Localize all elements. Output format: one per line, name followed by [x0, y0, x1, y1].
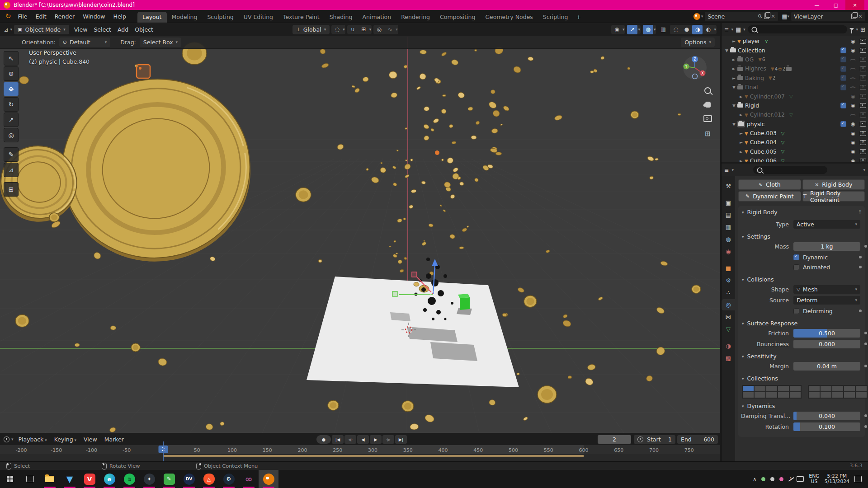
navigation-gizmo[interactable]: Z Y X	[682, 55, 708, 80]
bounciness-slider[interactable]: 0.000	[793, 340, 860, 348]
language-indicator[interactable]: ENGUS	[809, 474, 819, 484]
workspace-tab-layout[interactable]: Layout	[137, 12, 167, 23]
collection-cell[interactable]	[808, 385, 820, 392]
outliner-row-cube-004[interactable]: ►▼Cube.004▽◉	[722, 138, 868, 147]
animated-checkbox-row[interactable]: Animated	[793, 262, 862, 272]
eye-closed-icon[interactable]: (	[850, 86, 856, 89]
tool-scale[interactable]: ↗	[4, 113, 19, 127]
task-view-button[interactable]	[20, 470, 40, 488]
tray-app-icon-green[interactable]	[761, 477, 765, 481]
frame-start-field[interactable]: Start 1	[634, 435, 675, 444]
collection-cell[interactable]	[844, 385, 855, 392]
collection-cell[interactable]	[754, 385, 766, 392]
collection-cell[interactable]	[855, 392, 867, 398]
pivot-point-icon[interactable]: ◌	[332, 25, 342, 34]
taskbar-app-notes-app[interactable]: ✎	[159, 470, 179, 488]
properties-tab-physics[interactable]: ◎	[722, 299, 735, 310]
workspace-tab-sculpting[interactable]: Sculpting	[202, 12, 238, 23]
friction-slider[interactable]: 0.500	[793, 329, 860, 338]
gizmos-toggle[interactable]: ↗	[627, 25, 637, 34]
menu-window[interactable]: Window	[79, 12, 109, 21]
timeline-editor-icon[interactable]	[4, 436, 9, 442]
type-dropdown[interactable]: Active ▾	[793, 220, 860, 229]
camera-icon[interactable]	[860, 122, 866, 127]
outliner-row-rigid[interactable]: ▼Rigid◉	[722, 101, 868, 110]
frame-end-field[interactable]: End 600	[677, 435, 718, 444]
properties-search-input[interactable]	[753, 166, 827, 174]
collection-cell[interactable]	[742, 385, 754, 392]
mode-dropdown[interactable]: ▣ Object Mode ▾	[14, 25, 69, 34]
collapse-icon[interactable]: ▾	[742, 210, 744, 215]
collection-cell[interactable]	[844, 392, 855, 398]
decorator-dot[interactable]	[859, 310, 862, 312]
decorator-dot[interactable]	[864, 332, 867, 334]
collection-checkbox[interactable]	[840, 66, 846, 72]
properties-tab-particles[interactable]: ∴	[722, 287, 735, 298]
prev-keyframe-button[interactable]: ◀·	[344, 435, 356, 444]
collapse-icon[interactable]: ▾	[742, 321, 744, 326]
taskbar-app-visual-studio[interactable]: ∞	[239, 470, 259, 488]
outliner-editor-icon[interactable]: ≡	[724, 26, 729, 33]
shading-rendered-button[interactable]: ◐	[703, 25, 713, 34]
decorator-dot[interactable]	[864, 343, 867, 345]
snap-target-icon[interactable]: ⊞	[359, 25, 369, 34]
outliner-row-cube-006[interactable]: ►▼Cube.006▽◉	[722, 156, 868, 162]
clock[interactable]: 5:22 PM 5/13/2024	[825, 474, 849, 484]
camera-disabled-icon[interactable]	[860, 66, 866, 71]
tool-rotate[interactable]: ↻	[4, 97, 19, 112]
options-button[interactable]: Options ▾	[681, 38, 715, 47]
expand-arrow-icon[interactable]: ▼	[731, 103, 737, 108]
properties-tab-object-data[interactable]: ▽	[722, 324, 735, 335]
view-layer-selector[interactable]: ViewLayer ×	[791, 12, 865, 21]
viewport-menu-add[interactable]: Add	[114, 26, 132, 33]
decorator-dot[interactable]	[859, 266, 862, 268]
expand-arrow-icon[interactable]: ►	[731, 39, 737, 43]
collection-checkbox[interactable]	[840, 84, 846, 90]
record-button[interactable]: ●	[316, 435, 331, 444]
display-mode-icon[interactable]: ▦	[736, 26, 741, 33]
outliner-row-collection[interactable]: ▼Collection◉	[722, 46, 868, 55]
collection-cell[interactable]	[742, 392, 754, 398]
shading-material-button[interactable]: ◑	[692, 25, 703, 34]
eye-closed-icon[interactable]: (	[850, 77, 856, 80]
outliner-search-input[interactable]	[748, 25, 847, 33]
expand-arrow-icon[interactable]: ▼	[731, 85, 737, 89]
workspace-tab-modeling[interactable]: Modeling	[167, 12, 203, 23]
shading-wireframe-button[interactable]: ◌	[670, 25, 681, 34]
properties-editor-icon[interactable]: ≡	[724, 167, 729, 174]
taskbar-app-vivaldi[interactable]: V	[80, 470, 99, 488]
taskbar-app-steam[interactable]: ⚙	[219, 470, 239, 488]
source-dropdown[interactable]: Deform ▾	[793, 296, 860, 305]
timeline-ruler[interactable]: -200-150-100-505010015020025030035040045…	[0, 445, 720, 454]
overlays-toggle[interactable]: ◍	[643, 25, 653, 34]
collection-cell[interactable]	[778, 392, 789, 398]
animated-checkbox[interactable]	[793, 264, 799, 270]
menu-file[interactable]: File	[14, 12, 32, 21]
taskbar-app-brave[interactable]: △	[199, 470, 219, 488]
workspace-tab-compositing[interactable]: Compositing	[435, 12, 480, 23]
xray-toggle[interactable]: ▥	[658, 25, 668, 34]
tool-add-cube[interactable]: ⊞	[4, 182, 19, 197]
camera-icon[interactable]	[860, 39, 866, 44]
camera-disabled-icon[interactable]	[860, 159, 866, 162]
camera-view-icon[interactable]	[703, 115, 712, 122]
workspace-tab-scripting[interactable]: Scripting	[538, 12, 573, 23]
pan-hand-icon[interactable]	[705, 102, 711, 108]
menu-render[interactable]: Render	[51, 12, 79, 21]
collection-checkbox[interactable]	[840, 47, 846, 53]
cloth-button[interactable]: ∿Cloth	[738, 179, 801, 190]
workspace-tab-rendering[interactable]: Rendering	[396, 12, 435, 23]
rotation-slider[interactable]: 0.100	[793, 422, 860, 431]
properties-tab-constraints[interactable]: ⋈	[722, 311, 735, 323]
outliner-row-physic[interactable]: ▼physic◉	[722, 120, 868, 129]
eye-closed-icon[interactable]: (	[850, 68, 856, 70]
camera-disabled-icon[interactable]	[860, 149, 866, 154]
outliner-row-baking[interactable]: ►Baking▼2(	[722, 74, 868, 83]
dynamic-checkbox[interactable]	[793, 254, 799, 260]
copy-icon[interactable]	[851, 14, 856, 19]
collection-cell[interactable]	[766, 392, 778, 398]
unlink-icon[interactable]: ×	[858, 13, 863, 19]
taskbar-app-davinci-resolve[interactable]: DV	[179, 470, 199, 488]
jump-to-end-button[interactable]: ▶|	[395, 435, 407, 444]
expand-arrow-icon[interactable]: ►	[731, 76, 737, 80]
